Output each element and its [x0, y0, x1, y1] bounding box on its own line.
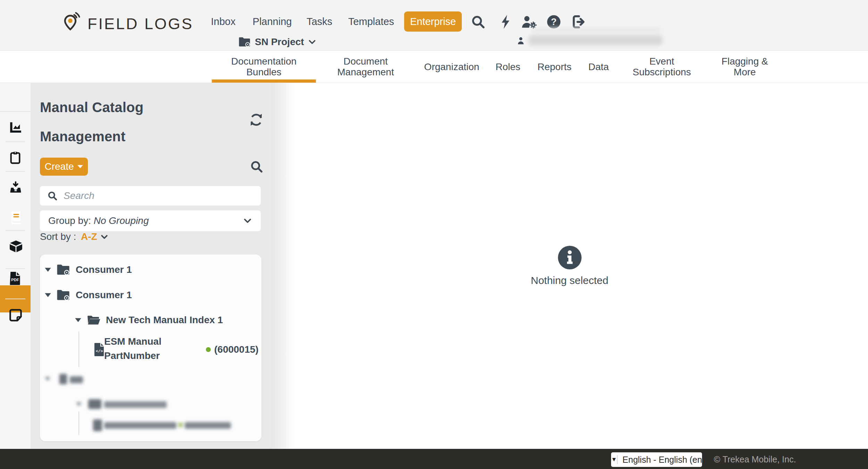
caret-down-icon: ▼ [611, 455, 618, 464]
group-by-value: No Grouping [94, 215, 149, 226]
tab-organization[interactable]: Organization [424, 51, 479, 83]
panel-title: Manual Catalog Management [40, 93, 189, 151]
folder-gear-icon [238, 36, 251, 48]
refresh-icon[interactable] [249, 112, 264, 127]
create-button-label: Create [44, 161, 74, 172]
tab-label: Roles [495, 61, 520, 72]
folder-gear-icon [56, 289, 71, 301]
copyright-text: © Trekea Mobile, Inc. [714, 454, 796, 464]
module-tabbar: Documentation Bundles Document Managemen… [0, 51, 868, 83]
caret-down-icon [44, 292, 51, 298]
tab-label: Subscriptions [633, 67, 691, 77]
divider [5, 268, 25, 269]
search-input[interactable] [63, 190, 245, 202]
tree-node-badge: (6000015) [206, 344, 259, 355]
tab-label: Document [337, 56, 394, 67]
tree-node-label: Consumer 1 [76, 290, 132, 301]
svg-text:?: ? [551, 17, 557, 27]
caret-down-icon [44, 376, 51, 382]
search-input-icon [47, 190, 58, 201]
sidebar-item-inbox-tray[interactable] [8, 181, 23, 194]
tab-document-management[interactable]: Document Management [337, 51, 394, 83]
svg-text:</>: </> [96, 349, 103, 353]
project-name: SN Project [255, 36, 304, 48]
empty-state [271, 246, 868, 271]
language-label: English - English (en) [618, 455, 705, 465]
tab-label: Documentation [231, 56, 297, 67]
part-number-badge: (6000015) [214, 344, 259, 355]
sort-by-label: Sort by : [40, 231, 79, 242]
file-code-icon: </> [93, 342, 106, 357]
folder-gear-icon [56, 263, 71, 276]
svg-text:PDF: PDF [11, 278, 19, 282]
tree-guide-line [78, 332, 79, 367]
tree-row-consumer-1b[interactable]: Consumer 1 [40, 287, 132, 303]
divider [5, 171, 25, 172]
nav-item-planning[interactable]: Planning [253, 14, 292, 29]
app-root: FIELD LOGS Inbox Planning Tasks Template… [0, 0, 868, 469]
detail-pane: Nothing selected [271, 83, 868, 449]
nav-item-templates[interactable]: Templates [348, 14, 394, 29]
empty-state-text: Nothing selected [271, 275, 868, 286]
tree-row-new-tech-manual-index[interactable]: New Tech Manual Index 1 [40, 312, 223, 328]
panel-search-icon[interactable] [249, 159, 264, 174]
redacted-user-email [528, 35, 662, 45]
tab-label: More [721, 67, 768, 77]
search-icon[interactable] [470, 14, 486, 30]
tree-search-field[interactable] [40, 186, 261, 206]
sort-by-control[interactable]: Sort by : A-Z [40, 230, 109, 244]
sidebar-item-open-box[interactable] [8, 239, 24, 254]
status-dot [206, 347, 211, 352]
divider [5, 299, 25, 299]
caret-down-icon [44, 267, 51, 273]
caret-down-icon [77, 164, 83, 169]
project-selector[interactable]: SN Project [238, 35, 317, 49]
bolt-icon[interactable] [499, 13, 512, 31]
chevron-down-icon [308, 37, 317, 47]
logo-pin-icon [63, 12, 84, 35]
tree-guide-line [78, 411, 79, 435]
left-icon-sidebar: PDF [0, 83, 31, 449]
info-icon [558, 246, 582, 269]
manual-catalog-panel: Manual Catalog Management Create Group b… [31, 83, 271, 449]
footer-bar: ▼ English - English (en) © Trekea Mobile… [0, 449, 868, 469]
redacted-label [185, 422, 231, 429]
logo-wordmark: FIELD LOGS [87, 15, 193, 33]
person-icon [516, 36, 526, 45]
divider [5, 141, 25, 142]
language-selector[interactable]: ▼ English - English (en) [611, 452, 702, 467]
sidebar-item-clipboard[interactable] [8, 150, 22, 165]
sort-by-value: A-Z [81, 231, 97, 242]
divider [0, 111, 31, 112]
redacted-user-info [532, 28, 661, 33]
active-tab-underline [212, 79, 316, 83]
tree-row-consumer-1[interactable]: Consumer 1 [40, 261, 132, 278]
tree-node-label: ESM Manual PartNumber [104, 334, 191, 363]
sidebar-item-note[interactable] [8, 309, 23, 322]
tab-reports[interactable]: Reports [537, 51, 571, 83]
group-by-label: Group by: [48, 215, 94, 226]
tab-label: Flagging & [721, 56, 768, 67]
nav-item-tasks[interactable]: Tasks [307, 14, 332, 29]
nav-item-inbox[interactable]: Inbox [211, 14, 236, 29]
tab-documentation-bundles[interactable]: Documentation Bundles [231, 51, 297, 83]
sidebar-item-pdf-file[interactable]: PDF [8, 271, 22, 286]
redacted-label [70, 376, 83, 383]
status-dot [178, 422, 183, 427]
redacted-folder-icon [88, 399, 101, 409]
sidebar-item-analytics[interactable] [8, 120, 23, 135]
create-button[interactable]: Create [40, 158, 88, 176]
enterprise-button[interactable]: Enterprise [404, 11, 462, 32]
sidebar-item-manual-catalog[interactable] [8, 210, 23, 226]
tab-flagging-more[interactable]: Flagging & More [721, 51, 768, 83]
redacted-file-icon [59, 374, 67, 384]
group-by-select[interactable]: Group by: No Grouping [40, 210, 261, 231]
tab-roles[interactable]: Roles [495, 51, 520, 83]
tab-event-subscriptions[interactable]: Event Subscriptions [633, 51, 691, 83]
tree-node-label: New Tech Manual Index 1 [106, 315, 223, 326]
caret-down-icon [76, 402, 82, 407]
tab-label: Event [633, 56, 691, 67]
redacted-label [104, 401, 167, 408]
tab-data[interactable]: Data [588, 51, 609, 83]
tab-label: Data [588, 61, 609, 72]
